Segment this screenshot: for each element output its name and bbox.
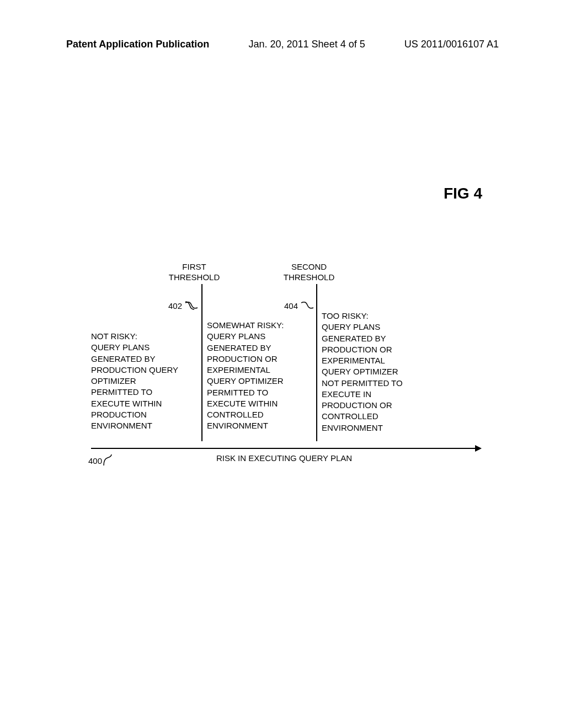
not-risky-column: NOT RISKY:QUERY PLANSGENERATED BYPRODUCT… <box>91 331 196 431</box>
ref-number-402: 402 <box>168 301 182 311</box>
second-threshold-ref: 404 <box>284 301 315 311</box>
risk-axis: 400 RISK IN EXECUTING QUERY PLAN <box>91 446 488 462</box>
header-publication-number: US 2011/0016107 A1 <box>404 39 499 50</box>
threshold-divider-2 <box>316 284 317 441</box>
arrowhead-icon <box>475 445 482 452</box>
first-threshold-ref: 402 <box>168 301 199 311</box>
axis-label: RISK IN EXECUTING QUERY PLAN <box>91 453 477 463</box>
first-threshold-label: FIRSTTHRESHOLD <box>158 262 230 283</box>
ref-number-404: 404 <box>284 301 298 311</box>
axis-line <box>91 448 477 449</box>
figure-title: FIG 4 <box>444 185 482 202</box>
page-header: Patent Application Publication Jan. 20, … <box>0 0 565 50</box>
threshold-labels-row: FIRSTTHRESHOLD SECONDTHRESHOLD <box>91 262 488 301</box>
curly-brace-icon <box>184 301 199 311</box>
too-risky-column: TOO RISKY:QUERY PLANSGENERATED BYPRODUCT… <box>322 311 443 433</box>
somewhat-risky-column: SOMEWHAT RISKY:QUERY PLANSGENERATED BYPR… <box>207 320 312 432</box>
risk-columns: NOT RISKY:QUERY PLANSGENERATED BYPRODUCT… <box>91 317 488 441</box>
curly-brace-icon <box>300 301 315 311</box>
risk-diagram: FIRSTTHRESHOLD SECONDTHRESHOLD 402 404 N… <box>91 262 488 462</box>
header-publication-type: Patent Application Publication <box>66 39 209 50</box>
second-threshold-label: SECONDTHRESHOLD <box>273 262 345 283</box>
header-date-sheet: Jan. 20, 2011 Sheet 4 of 5 <box>249 39 365 50</box>
threshold-divider-1 <box>201 284 202 441</box>
